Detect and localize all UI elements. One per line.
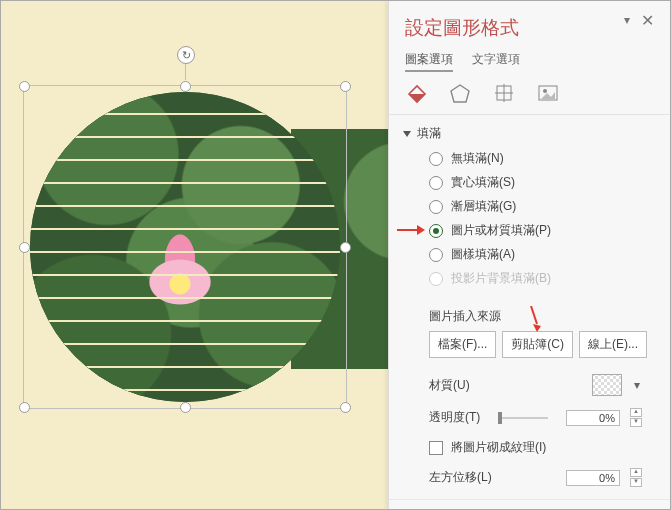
radio-icon (429, 200, 443, 214)
spin-down-icon[interactable]: ▼ (630, 418, 642, 427)
transparency-row: 透明度(T) 0% ▲▼ (403, 402, 656, 433)
fill-section-label: 填滿 (417, 125, 441, 142)
insert-from-clipboard-button[interactable]: 剪貼簿(C) (502, 331, 573, 358)
radio-icon (429, 176, 443, 190)
offset-left-label: 左方位移(L) (429, 469, 492, 486)
radio-no-fill[interactable]: 無填滿(N) (429, 150, 656, 167)
radio-label: 實心填滿(S) (451, 174, 515, 191)
fill-section: 填滿 無填滿(N) 實心填滿(S) 漸層填滿(G) 圖片或材質填滿(P) 圖樣填… (389, 115, 670, 500)
tab-text-options[interactable]: 文字選項 (472, 52, 520, 70)
slider-thumb[interactable] (498, 412, 502, 424)
tile-checkbox-row[interactable]: 將圖片砌成紋理(I) (403, 433, 656, 462)
offset-left-spinner[interactable]: ▲▼ (630, 468, 642, 487)
transparency-label: 透明度(T) (429, 409, 480, 426)
transparency-slider[interactable] (498, 417, 548, 419)
insert-from-file-button[interactable]: 檔案(F)... (429, 331, 496, 358)
radio-label: 無填滿(N) (451, 150, 504, 167)
radio-icon-disabled (429, 272, 443, 286)
resize-handle-t[interactable] (180, 81, 191, 92)
tab-shape-options[interactable]: 圖案選項 (405, 52, 453, 72)
offset-left-row: 左方位移(L) 0% ▲▼ (403, 462, 656, 493)
shape-horizontal-stripes (30, 92, 340, 402)
transparency-spinner[interactable]: ▲▼ (630, 408, 642, 427)
picture-icon[interactable] (537, 82, 559, 104)
oval-shape[interactable] (30, 92, 340, 402)
insert-from-online-button[interactable]: 線上(E)... (579, 331, 647, 358)
transparency-value[interactable]: 0% (566, 410, 620, 426)
shape-selection-box[interactable]: ↻ (23, 85, 347, 409)
panel-title-text: 設定圖形格式 (405, 17, 519, 38)
resize-handle-l[interactable] (19, 242, 30, 253)
insert-from-buttons: 檔案(F)... 剪貼簿(C) 線上(E)... (403, 331, 656, 368)
resize-handle-tr[interactable] (340, 81, 351, 92)
radio-solid-fill[interactable]: 實心填滿(S) (429, 174, 656, 191)
radio-icon-selected (429, 224, 443, 238)
radio-gradient-fill[interactable]: 漸層填滿(G) (429, 198, 656, 215)
annotation-arrow-icon (397, 223, 425, 237)
offset-left-value[interactable]: 0% (566, 470, 620, 486)
checkbox-icon[interactable] (429, 441, 443, 455)
pentagon-icon[interactable] (449, 82, 471, 104)
size-arrows-icon[interactable] (493, 82, 515, 104)
resize-handle-b[interactable] (180, 402, 191, 413)
svg-point-2 (543, 89, 547, 93)
radio-slide-bg-fill: 投影片背景填滿(B) (429, 270, 656, 287)
annotation-arrow-icon (527, 306, 545, 332)
tile-checkbox-label: 將圖片砌成紋理(I) (451, 439, 546, 456)
rotation-handle[interactable]: ↻ (177, 46, 195, 64)
fill-radio-group: 無填滿(N) 實心填滿(S) 漸層填滿(G) 圖片或材質填滿(P) 圖樣填滿(A… (403, 150, 656, 287)
spin-up-icon[interactable]: ▲ (630, 468, 642, 477)
caret-down-icon (403, 131, 411, 137)
resize-handle-tl[interactable] (19, 81, 30, 92)
radio-picture-texture-fill[interactable]: 圖片或材質填滿(P) (429, 222, 656, 239)
texture-swatch[interactable] (592, 374, 622, 396)
panel-title: 設定圖形格式 ▾ ✕ (389, 1, 670, 51)
panel-category-icons (389, 74, 670, 115)
svg-line-4 (531, 306, 537, 324)
panel-tabs: 圖案選項 文字選項 (389, 51, 670, 74)
slide-canvas[interactable]: ↻ (1, 1, 391, 509)
texture-row: 材質(U) ▾ (403, 368, 656, 402)
rotate-icon: ↻ (182, 49, 191, 62)
spin-up-icon[interactable]: ▲ (630, 408, 642, 417)
resize-handle-r[interactable] (340, 242, 351, 253)
resize-handle-bl[interactable] (19, 402, 30, 413)
radio-icon (429, 152, 443, 166)
texture-dropdown-icon[interactable]: ▾ (632, 378, 642, 392)
radio-label: 投影片背景填滿(B) (451, 270, 551, 287)
radio-label: 圖樣填滿(A) (451, 246, 515, 263)
panel-close-icon[interactable]: ✕ (641, 11, 654, 30)
radio-pattern-fill[interactable]: 圖樣填滿(A) (429, 246, 656, 263)
fill-section-header[interactable]: 填滿 (403, 125, 656, 142)
radio-label: 圖片或材質填滿(P) (451, 222, 551, 239)
fill-bucket-icon[interactable] (405, 82, 427, 104)
panel-pin-icon[interactable]: ▾ (624, 13, 630, 27)
button-label: 剪貼簿(C) (511, 337, 564, 351)
radio-label: 漸層填滿(G) (451, 198, 516, 215)
radio-icon (429, 248, 443, 262)
texture-label: 材質(U) (429, 377, 470, 394)
format-shape-panel: 設定圖形格式 ▾ ✕ 圖案選項 文字選項 填滿 (388, 1, 670, 509)
spin-down-icon[interactable]: ▼ (630, 478, 642, 487)
resize-handle-br[interactable] (340, 402, 351, 413)
app-window: ↻ 設定圖形格式 ▾ ✕ 圖案選項 文字選項 (0, 0, 671, 510)
